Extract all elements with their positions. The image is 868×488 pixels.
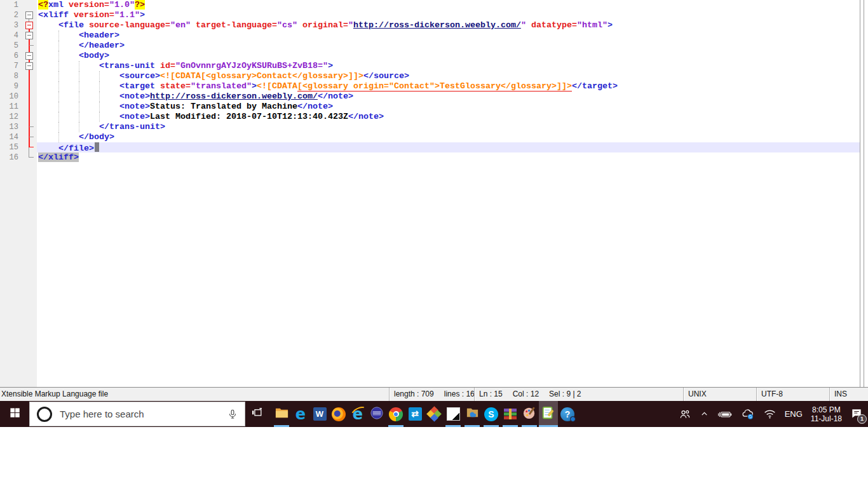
code-text[interactable]: </file> [37, 142, 860, 152]
fold-margin[interactable] [23, 81, 37, 92]
code-text[interactable]: <note>Last Modified: 2018-07-10T12:13:40… [37, 112, 860, 122]
fold-toggle-icon[interactable] [25, 11, 33, 19]
line-number[interactable]: 3 [0, 20, 23, 30]
code-line[interactable]: 3<file source-language="en" target-langu… [0, 20, 860, 30]
fold-margin[interactable] [23, 20, 37, 30]
code-line[interactable]: 5</header> [0, 41, 860, 51]
onedrive-sync-icon[interactable] [741, 407, 755, 421]
code-text[interactable]: <?xml version="1.0"?> [37, 0, 860, 10]
battery-icon[interactable] [717, 408, 733, 421]
code-text[interactable]: <target state="translated"><![CDATA[<glo… [37, 81, 860, 92]
task-view-button[interactable] [245, 401, 268, 427]
fold-margin[interactable] [23, 61, 37, 71]
winrar-taskbar-button[interactable] [501, 401, 520, 427]
fold-margin[interactable] [23, 41, 37, 51]
code-line[interactable]: 14</body> [0, 132, 860, 142]
code-text[interactable]: </trans-unit> [37, 122, 860, 132]
code-text[interactable]: <header> [37, 30, 860, 41]
fold-toggle-icon[interactable] [25, 62, 33, 70]
line-number[interactable]: 4 [0, 30, 23, 41]
line-number[interactable]: 6 [0, 51, 23, 61]
diamond-suite-taskbar-button[interactable] [424, 401, 444, 427]
chevron-up-icon[interactable] [700, 409, 709, 419]
code-line[interactable]: 13</trans-unit> [0, 122, 860, 132]
code-line[interactable]: 11<note>Status: Translated by Machine</n… [0, 102, 860, 112]
microphone-icon[interactable] [227, 409, 238, 420]
line-number[interactable]: 15 [0, 142, 23, 152]
code-text[interactable]: </header> [37, 41, 860, 51]
line-number[interactable]: 9 [0, 81, 23, 92]
code-text[interactable]: <xliff version="1.1"> [37, 10, 860, 20]
fold-margin[interactable] [23, 152, 37, 163]
code-line[interactable]: 12<note>Last Modified: 2018-07-10T12:13:… [0, 112, 860, 122]
fold-margin[interactable] [23, 122, 37, 132]
line-number[interactable]: 5 [0, 41, 23, 51]
code-text[interactable]: <source><![CDATA[<glossary>Contact</glos… [37, 71, 860, 81]
line-number[interactable]: 7 [0, 61, 23, 71]
edge-taskbar-button[interactable]: e [291, 401, 310, 427]
line-number[interactable]: 1 [0, 0, 23, 10]
skype-taskbar-button[interactable]: S [482, 401, 501, 427]
fold-margin[interactable] [23, 92, 37, 102]
code-text[interactable]: <trans-unit id="GnOvnnrgAYJzOyKSURuBS+Zv… [37, 61, 860, 71]
fold-margin[interactable] [23, 102, 37, 112]
firefox-taskbar-button[interactable] [329, 401, 348, 427]
line-number[interactable]: 12 [0, 112, 23, 122]
chrome-taskbar-button[interactable] [386, 401, 405, 427]
cloud-folder-taskbar-button[interactable] [463, 401, 482, 427]
action-center-button[interactable]: 1 [850, 407, 863, 422]
code-line[interactable]: 16</xliff> [0, 152, 860, 163]
file-explorer-taskbar-button[interactable] [272, 401, 291, 427]
line-number[interactable]: 10 [0, 92, 23, 102]
code-text[interactable]: <note>http://ross-dickerson.weebly.com/<… [37, 92, 860, 102]
line-number[interactable]: 11 [0, 102, 23, 112]
line-number[interactable]: 16 [0, 152, 23, 163]
code-text[interactable]: <file source-language="en" target-langua… [37, 20, 860, 30]
fold-margin[interactable] [23, 132, 37, 142]
code-line[interactable]: 8<source><![CDATA[<glossary>Contact</glo… [0, 71, 860, 81]
fold-margin[interactable] [23, 51, 37, 61]
code-text[interactable]: </body> [37, 132, 860, 142]
cortana-icon[interactable] [37, 407, 52, 422]
fold-margin[interactable] [23, 10, 37, 20]
fold-margin[interactable] [23, 142, 37, 152]
fold-toggle-icon[interactable] [25, 52, 33, 60]
encoding-label[interactable]: UTF-8 [756, 388, 829, 401]
code-line[interactable]: 6<body> [0, 51, 860, 61]
line-number[interactable]: 13 [0, 122, 23, 132]
fold-margin[interactable] [23, 71, 37, 81]
fold-margin[interactable] [23, 112, 37, 122]
notepad-plus-plus-editor[interactable]: 1<?xml version="1.0"?>2<xliff version="1… [0, 0, 868, 387]
code-text[interactable]: <note>Status: Translated by Machine</not… [37, 102, 860, 112]
code-line[interactable]: 1<?xml version="1.0"?> [0, 0, 860, 10]
notes-app-taskbar-button[interactable] [444, 401, 463, 427]
teamviewer-taskbar-button[interactable]: ⇄ [405, 401, 424, 427]
code-area[interactable]: 1<?xml version="1.0"?>2<xliff version="1… [0, 0, 860, 163]
line-number[interactable]: 2 [0, 10, 23, 20]
code-line[interactable]: 10<note>http://ross-dickerson.weebly.com… [0, 92, 860, 102]
notepad-plus-plus-taskbar-button[interactable] [539, 401, 558, 427]
code-line[interactable]: 15</file> [0, 142, 860, 152]
line-number[interactable]: 14 [0, 132, 23, 142]
code-line[interactable]: 9<target state="translated"><![CDATA[<gl… [0, 81, 860, 92]
taskbar-clock[interactable]: 8:05 PM 11-Jul-18 [811, 405, 842, 423]
wifi-icon[interactable] [763, 407, 776, 421]
word-taskbar-button[interactable]: W [310, 401, 329, 427]
fold-margin[interactable] [23, 0, 37, 10]
eol-format-label[interactable]: UNIX [683, 388, 756, 401]
fold-toggle-icon[interactable] [25, 22, 33, 29]
code-text[interactable]: <body> [37, 51, 860, 61]
language-indicator[interactable]: ENG [785, 409, 803, 419]
start-button[interactable] [0, 401, 29, 427]
code-line[interactable]: 2<xliff version="1.1"> [0, 10, 860, 20]
fold-margin[interactable] [23, 30, 37, 41]
line-number[interactable]: 8 [0, 71, 23, 81]
eclipse-taskbar-button[interactable] [367, 401, 386, 427]
people-icon[interactable] [679, 408, 691, 421]
code-line[interactable]: 7<trans-unit id="GnOvnnrgAYJzOyKSURuBS+Z… [0, 61, 860, 71]
internet-explorer-taskbar-button[interactable]: e [348, 401, 367, 427]
help-app-taskbar-button[interactable]: ? [558, 401, 577, 427]
code-line[interactable]: 4<header> [0, 30, 860, 41]
paint-app-taskbar-button[interactable] [520, 401, 539, 427]
code-text[interactable]: </xliff> [37, 152, 860, 163]
